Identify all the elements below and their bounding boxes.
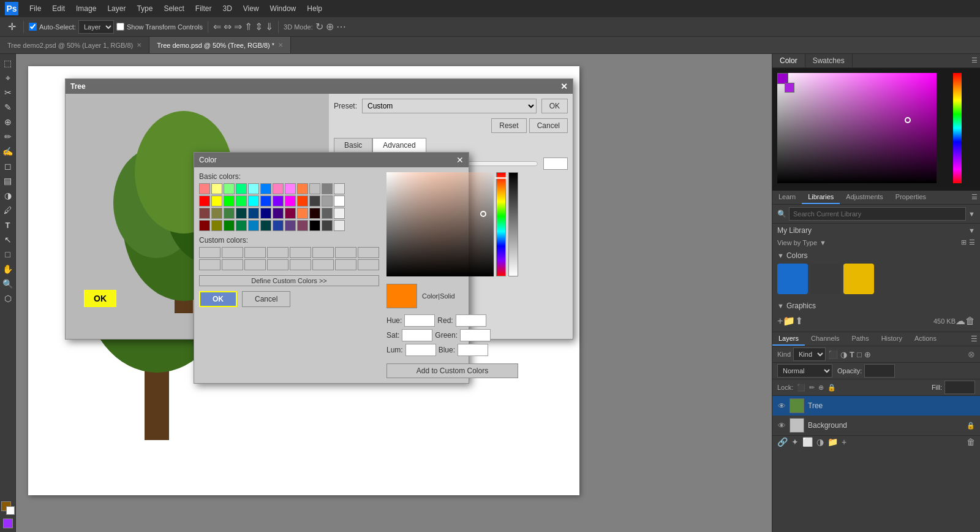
- delete-icon[interactable]: 🗑: [965, 316, 975, 327]
- custom-cell[interactable]: [290, 259, 311, 270]
- color-cell[interactable]: [273, 183, 284, 194]
- gradient-icon[interactable]: ▤: [1, 174, 15, 188]
- zoom-tool-icon[interactable]: 🔍: [1, 277, 15, 291]
- custom-cell[interactable]: [358, 247, 379, 258]
- right-color-picker[interactable]: [772, 68, 980, 191]
- cloud-icon[interactable]: ☁: [956, 315, 965, 327]
- layer-item-tree[interactable]: 👁 Tree: [772, 396, 980, 416]
- 3d-extras-icon[interactable]: ⋯: [336, 21, 346, 32]
- color-cell[interactable]: [297, 208, 308, 219]
- selection-tool-icon[interactable]: ⬚: [1, 56, 15, 70]
- color-cell[interactable]: [322, 196, 333, 207]
- color-cell[interactable]: [297, 220, 308, 231]
- color-cell[interactable]: [224, 220, 235, 231]
- color-cell[interactable]: [273, 220, 284, 231]
- color-cell[interactable]: [285, 196, 296, 207]
- type-tool-icon[interactable]: T: [1, 218, 15, 232]
- new-group-icon[interactable]: 📁: [827, 437, 838, 447]
- menu-window[interactable]: Window: [265, 3, 301, 14]
- brush-tool-icon[interactable]: ✏: [1, 130, 15, 143]
- menu-filter[interactable]: Filter: [190, 3, 217, 14]
- tab-color[interactable]: Color: [772, 54, 805, 67]
- menu-edit[interactable]: Edit: [47, 3, 70, 14]
- adjust-filter-icon[interactable]: ◑: [840, 350, 847, 359]
- menu-3d[interactable]: 3D: [217, 3, 236, 14]
- color-cell[interactable]: [248, 196, 259, 207]
- tab-tree-demo[interactable]: Tree demo.psd @ 50% (Tree, RGB/8) * ✕: [149, 37, 291, 53]
- color-cell[interactable]: [211, 220, 222, 231]
- layer-kind-select[interactable]: Kind: [793, 348, 826, 361]
- menu-layer[interactable]: Layer: [102, 3, 130, 14]
- shape-filter-icon[interactable]: □: [857, 350, 862, 359]
- search-input[interactable]: [789, 207, 966, 221]
- custom-cell[interactable]: [222, 259, 243, 270]
- color-cell[interactable]: [199, 196, 210, 207]
- shape-tool-icon[interactable]: □: [1, 248, 15, 261]
- clone-stamp-icon[interactable]: ✍: [1, 145, 15, 158]
- add-to-custom-colors-button[interactable]: Add to Custom Colors: [386, 363, 518, 378]
- tab-basic[interactable]: Basic: [334, 138, 372, 153]
- color-swatch-dark[interactable]: [810, 264, 841, 294]
- eraser-icon[interactable]: ◻: [1, 159, 15, 173]
- color-cell[interactable]: [224, 208, 235, 219]
- tab-properties[interactable]: Properties: [889, 191, 932, 204]
- pixel-filter-icon[interactable]: ⬛: [828, 350, 838, 359]
- tab-adjustments[interactable]: Adjustments: [840, 191, 889, 204]
- menu-help[interactable]: Help: [302, 3, 327, 14]
- ok-button[interactable]: OK: [541, 99, 568, 113]
- hand-tool-icon[interactable]: ✋: [1, 262, 15, 276]
- tree-dialog-close[interactable]: ✕: [560, 82, 568, 91]
- add-mask-icon[interactable]: ⬜: [802, 437, 813, 447]
- color-cell[interactable]: [285, 208, 296, 219]
- show-transform-checkbox[interactable]: [116, 23, 124, 31]
- color-cell[interactable]: [248, 183, 259, 194]
- fg-color-swatch[interactable]: [3, 519, 13, 528]
- new-layer-icon[interactable]: +: [842, 437, 846, 447]
- blue-input[interactable]: 0: [458, 344, 488, 356]
- menu-select[interactable]: Select: [159, 3, 189, 14]
- custom-cell[interactable]: [267, 259, 288, 270]
- color-cell[interactable]: [236, 183, 247, 194]
- color-cell[interactable]: [309, 208, 320, 219]
- color-cell[interactable]: [322, 220, 333, 231]
- tab-history[interactable]: History: [875, 332, 908, 346]
- custom-cell[interactable]: [199, 259, 221, 270]
- my-library-dropdown[interactable]: ▼: [968, 227, 975, 234]
- right-hue-bar[interactable]: [953, 73, 962, 183]
- custom-cell[interactable]: [290, 247, 311, 258]
- lum-input[interactable]: 120: [405, 344, 436, 356]
- panel-options-icon[interactable]: ☰: [969, 54, 980, 67]
- color-cell[interactable]: [260, 208, 271, 219]
- upload-icon[interactable]: ⬆: [795, 315, 803, 327]
- custom-cell[interactable]: [312, 247, 334, 258]
- custom-cell[interactable]: [335, 259, 356, 270]
- tab-paths[interactable]: Paths: [846, 332, 875, 346]
- layers-panel-options[interactable]: ☰: [968, 332, 980, 346]
- layer-select[interactable]: Layer: [78, 20, 114, 34]
- define-custom-colors-button[interactable]: Define Custom Colors >>: [199, 275, 379, 286]
- tab-close-1[interactable]: ✕: [137, 42, 141, 48]
- add-graphic-icon[interactable]: +: [777, 316, 783, 327]
- red-input[interactable]: 255: [456, 314, 486, 327]
- 3d-camera-icon[interactable]: ⊕: [326, 21, 334, 32]
- color-cell[interactable]: [273, 196, 284, 207]
- auto-select-checkbox[interactable]: [29, 23, 37, 31]
- hue-input[interactable]: 20: [404, 314, 435, 327]
- opacity-input[interactable]: 100%: [864, 364, 895, 378]
- tab-swatches[interactable]: Swatches: [805, 54, 853, 67]
- color-cell[interactable]: [334, 196, 345, 207]
- color-swatch-blue[interactable]: [777, 264, 808, 294]
- move-tool-icon[interactable]: ✛: [5, 20, 18, 34]
- search-dropdown-icon[interactable]: ▼: [968, 210, 975, 218]
- grid-view-icon[interactable]: ⊞: [961, 238, 967, 246]
- custom-cell[interactable]: [358, 259, 379, 270]
- color-gradient-picker[interactable]: [386, 172, 494, 276]
- color-cell[interactable]: [285, 183, 296, 194]
- align-left-icon[interactable]: ⇐: [213, 21, 221, 32]
- eyedropper-icon[interactable]: ✎: [1, 101, 15, 114]
- new-adjustment-icon[interactable]: ◑: [816, 437, 824, 447]
- color-ok-button[interactable]: OK: [199, 291, 237, 307]
- add-folder-icon[interactable]: 📁: [783, 315, 795, 327]
- green-input[interactable]: 128: [460, 329, 491, 341]
- preset-select[interactable]: Custom: [362, 99, 537, 113]
